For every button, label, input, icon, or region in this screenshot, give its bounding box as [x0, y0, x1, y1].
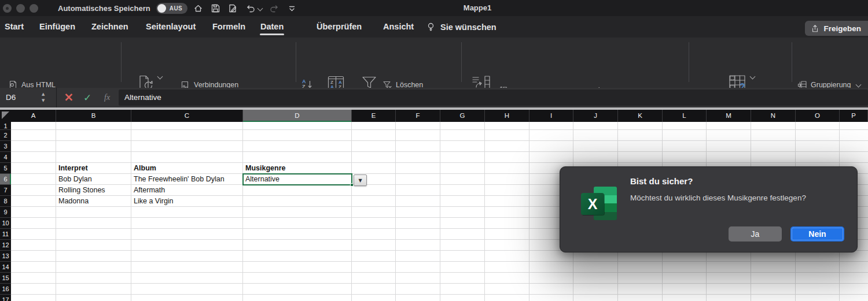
row-header-2[interactable]: 2: [0, 130, 11, 141]
quick-access-toolbar: [193, 0, 297, 16]
cell-C7[interactable]: Aftermath: [131, 185, 243, 196]
column-header-J[interactable]: J: [573, 110, 618, 122]
row-header-10[interactable]: 10: [0, 218, 11, 229]
group-divider: [792, 42, 792, 82]
dialog-title: Bist du sicher?: [630, 176, 693, 186]
lightbulb-icon: [426, 22, 436, 32]
row-header-11[interactable]: 11: [0, 229, 11, 240]
row-header-9[interactable]: 9: [0, 207, 11, 218]
column-header-G[interactable]: G: [440, 110, 485, 122]
gridline: [395, 122, 396, 301]
traffic-lights: [3, 0, 38, 16]
row-header-13[interactable]: 13: [0, 251, 11, 262]
cell-B5[interactable]: Interpret: [56, 163, 131, 174]
cancel-icon[interactable]: ×: [64, 88, 74, 107]
cell-C6[interactable]: The Freewheelin' Bob Dylan: [131, 174, 243, 185]
column-header-K[interactable]: K: [618, 110, 663, 122]
tab-daten[interactable]: Daten: [260, 16, 284, 38]
gridline: [351, 122, 352, 301]
row-header-14[interactable]: 14: [0, 262, 11, 273]
tab-einf-gen[interactable]: Einfügen: [39, 16, 75, 38]
excel-logo: [581, 187, 618, 220]
row-header-15[interactable]: 15: [0, 273, 11, 284]
tab-ansicht[interactable]: Ansicht: [383, 16, 414, 38]
column-header-E[interactable]: E: [352, 110, 396, 122]
tell-me-search[interactable]: Sie wünschen: [426, 16, 496, 38]
gridline: [440, 122, 440, 301]
save-icon[interactable]: [211, 3, 220, 13]
insert-function-icon[interactable]: fx: [104, 88, 110, 107]
chevron-down-icon: [157, 74, 163, 80]
zoom-window-button[interactable]: [30, 4, 38, 13]
ribbon-daten: Aus HTML Aus Text Neue Datenbankabfrage …: [0, 38, 868, 88]
undo-icon[interactable]: [245, 3, 255, 13]
cell-D5[interactable]: Musikgenre: [243, 163, 352, 174]
gridline: [131, 122, 131, 301]
column-header-F[interactable]: F: [396, 110, 440, 122]
close-window-button[interactable]: [3, 4, 12, 13]
row-header-16[interactable]: 16: [0, 284, 11, 295]
tell-me-label: Sie wünschen: [440, 23, 496, 32]
toggle-knob-icon: [157, 4, 166, 13]
autosave-toggle[interactable]: AUS: [156, 3, 187, 14]
cell-B8[interactable]: Madonna: [56, 196, 131, 207]
row-header-7[interactable]: 7: [0, 185, 11, 196]
excel-logo-x: [581, 193, 604, 215]
chevron-down-icon: [855, 81, 861, 87]
column-header-B[interactable]: B: [56, 110, 131, 122]
row-header-12[interactable]: 12: [0, 240, 11, 251]
tab--berpr-fen[interactable]: Überprüfen: [317, 16, 362, 38]
column-header-P[interactable]: P: [840, 110, 868, 122]
column-header-L[interactable]: L: [663, 110, 707, 122]
group-divider: [461, 42, 462, 82]
select-all-corner[interactable]: [0, 110, 11, 122]
divider: [56, 88, 57, 107]
tab-zeichnen[interactable]: Zeichnen: [91, 16, 128, 38]
column-header-M[interactable]: M: [707, 110, 751, 122]
name-box[interactable]: D6: [6, 88, 16, 107]
formula-value: Alternative: [119, 90, 868, 106]
column-header-N[interactable]: N: [751, 110, 796, 122]
cell-C8[interactable]: Like a Virgin: [131, 196, 243, 207]
tab-start[interactable]: Start: [5, 16, 24, 38]
autosave-label: Automatisches Speichern: [58, 4, 150, 13]
column-header-I[interactable]: I: [529, 110, 573, 122]
selection-border: [242, 173, 352, 185]
row-header-1[interactable]: 1: [0, 122, 11, 130]
column-header-A[interactable]: A: [11, 110, 56, 122]
enter-icon[interactable]: ✓: [83, 88, 91, 107]
cell-B6[interactable]: Bob Dylan: [56, 174, 131, 185]
name-box-stepper[interactable]: ▲▼: [42, 91, 45, 103]
undo-chevron-icon[interactable]: [258, 5, 263, 11]
gridline: [242, 122, 243, 301]
title-bar: Automatisches Speichern AUS Mappe1: [0, 0, 868, 17]
column-header-D[interactable]: D: [243, 110, 352, 122]
cell-B7[interactable]: Rolling Stones: [56, 185, 131, 196]
row-header-5[interactable]: 5: [0, 163, 11, 174]
row-header-6[interactable]: 6: [0, 174, 11, 185]
tab-formeln[interactable]: Formeln: [212, 16, 245, 38]
redo-icon: [270, 3, 279, 13]
ja-button[interactable]: Ja: [729, 226, 782, 241]
edit-workbook-icon[interactable]: [228, 3, 238, 13]
group-divider: [689, 42, 689, 82]
home-icon[interactable]: [193, 3, 203, 13]
row-header-4[interactable]: 4: [0, 152, 11, 163]
row-header-17[interactable]: 17: [0, 295, 11, 301]
column-header-H[interactable]: H: [485, 110, 529, 122]
gridline: [529, 122, 529, 301]
row-header-8[interactable]: 8: [0, 196, 11, 207]
customize-toolbar-icon[interactable]: [287, 3, 297, 13]
dropdown-button[interactable]: [354, 174, 367, 186]
nein-button[interactable]: Nein: [790, 226, 844, 241]
column-header-C[interactable]: C: [131, 110, 243, 122]
cell-C5[interactable]: Album: [131, 163, 243, 174]
share-button[interactable]: Freigeben: [805, 21, 868, 36]
formula-input[interactable]: Alternative: [119, 90, 868, 106]
row-header-3[interactable]: 3: [0, 141, 11, 152]
group-divider: [121, 42, 122, 82]
confirm-dialog: Bist du sicher? Möchtest du wirklich die…: [560, 166, 858, 252]
tab-seitenlayout[interactable]: Seitenlayout: [146, 16, 196, 38]
minimize-window-button[interactable]: [16, 4, 25, 13]
column-header-O[interactable]: O: [796, 110, 840, 122]
